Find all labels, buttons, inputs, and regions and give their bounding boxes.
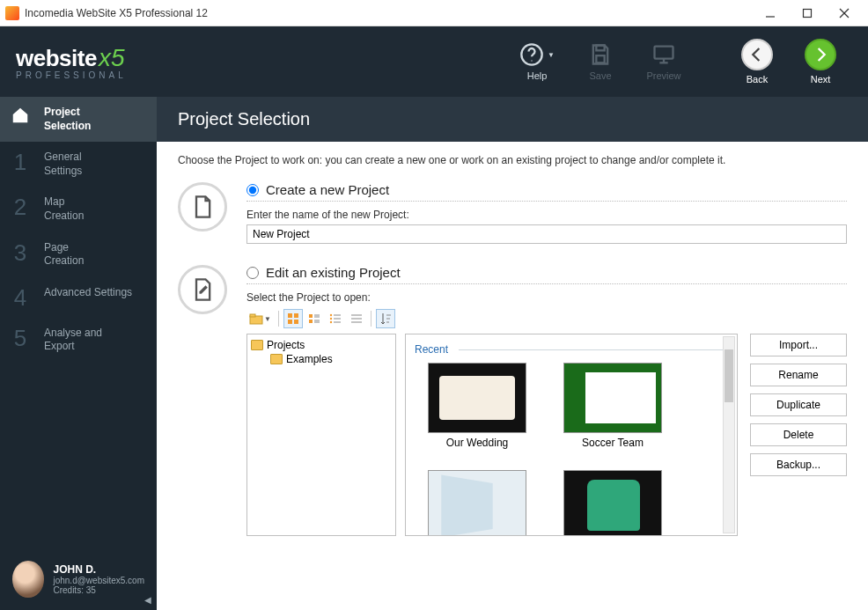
main-panel: Project Selection Choose the Project to … [157, 97, 868, 610]
thumb-image [563, 470, 662, 536]
brand-suffix: x5 [99, 44, 125, 72]
view-large-icons-button[interactable] [283, 309, 303, 328]
tree-label: Projects [267, 339, 305, 351]
svg-rect-6 [596, 46, 604, 51]
project-thumb[interactable]: Example [420, 470, 534, 536]
project-thumb[interactable]: Our Wedding [420, 363, 534, 449]
close-button[interactable] [826, 1, 863, 26]
create-title: Create a new Project [266, 182, 389, 197]
help-button[interactable]: ▼ Help [505, 31, 569, 92]
svg-point-5 [531, 60, 532, 61]
svg-rect-17 [309, 314, 313, 318]
sidebar-item-general-settings[interactable]: 1 GeneralSettings [0, 142, 157, 187]
step-number: 3 [9, 241, 32, 264]
thumb-label: Our Wedding [446, 437, 508, 449]
edit-title: Edit an existing Project [266, 265, 401, 280]
create-field-label: Enter the name of the new Project: [246, 209, 847, 221]
maximize-button[interactable] [789, 1, 826, 26]
option-edit-project: Edit an existing Project Select the Proj… [178, 265, 847, 536]
step-number: 1 [9, 151, 32, 173]
sidebar-item-label: Project [44, 106, 80, 118]
user-panel[interactable]: JOHN D. john.d@websitex5.com Credits: 35 [0, 548, 157, 610]
view-list-button[interactable] [326, 309, 345, 328]
svg-rect-15 [288, 320, 292, 324]
help-label: Help [527, 70, 548, 81]
thumb-image [428, 470, 526, 536]
folder-icon [251, 340, 263, 350]
home-icon [9, 106, 32, 129]
sidebar-collapse-icon[interactable]: ◀ [144, 595, 151, 605]
svg-rect-14 [294, 313, 298, 318]
rename-button[interactable]: Rename [750, 364, 847, 386]
sidebar-item-advanced-settings[interactable]: 4 Advanced Settings [0, 277, 157, 318]
sidebar-item-label: General [44, 151, 82, 163]
duplicate-button[interactable]: Duplicate [750, 393, 847, 416]
sidebar: ProjectSelection 1 GeneralSettings 2 Map… [0, 97, 157, 610]
title-bar: Incomedia WebSite X5 Professional 12 [0, 0, 868, 26]
project-tree[interactable]: Projects Examples [246, 334, 396, 536]
sidebar-item-label: Creation [44, 254, 84, 267]
sidebar-item-project-selection[interactable]: ProjectSelection [0, 97, 157, 142]
view-details-button[interactable] [347, 309, 366, 328]
view-tiles-button[interactable] [305, 309, 324, 328]
save-button[interactable]: Save [569, 31, 632, 92]
thumb-image [428, 363, 526, 433]
next-button[interactable]: Next [789, 31, 852, 92]
user-credits: Credits: 35 [53, 585, 144, 595]
radio-edit[interactable] [246, 267, 259, 279]
sidebar-item-analyse-export[interactable]: 5 Analyse andExport [0, 318, 157, 363]
sidebar-item-label: Creation [44, 209, 84, 222]
tree-root[interactable]: Projects [251, 338, 392, 352]
step-number: 5 [9, 327, 32, 349]
brand-edition: PROFESSIONAL [16, 70, 127, 80]
folder-open-button[interactable]: ▼ [246, 309, 274, 328]
sidebar-item-page-creation[interactable]: 3 PageCreation [0, 232, 157, 277]
backup-button[interactable]: Backup... [750, 453, 847, 476]
step-number: 4 [9, 286, 32, 309]
svg-rect-16 [294, 320, 298, 324]
svg-rect-8 [655, 47, 673, 59]
page-title: Project Selection [157, 97, 868, 142]
view-toolbar: ▼ [246, 309, 847, 328]
save-label: Save [589, 70, 611, 81]
svg-point-25 [330, 321, 332, 323]
svg-rect-20 [309, 320, 313, 323]
gallery-group-label: Recent [415, 343, 728, 356]
radio-create[interactable] [246, 184, 259, 196]
back-label: Back [747, 74, 768, 85]
sidebar-item-map-creation[interactable]: 2 MapCreation [0, 187, 157, 232]
project-thumb[interactable]: Game [555, 470, 670, 536]
avatar [12, 561, 44, 598]
sidebar-item-label: Analyse and [44, 327, 102, 339]
edit-document-icon [178, 265, 227, 314]
tree-child[interactable]: Examples [251, 352, 392, 366]
svg-rect-7 [596, 55, 604, 62]
back-button[interactable]: Back [725, 31, 789, 92]
project-gallery: Recent Our Wedding Soccer Team Example G… [405, 334, 738, 536]
svg-rect-12 [250, 314, 255, 317]
sidebar-item-label: Selection [44, 120, 91, 132]
edit-field-label: Select the Project to open: [246, 291, 847, 304]
project-name-input[interactable] [246, 224, 847, 244]
user-name: JOHN D. [53, 563, 144, 576]
svg-point-23 [330, 314, 332, 316]
folder-icon [270, 354, 283, 364]
app-icon [5, 6, 19, 20]
project-thumb[interactable]: Soccer Team [555, 363, 670, 449]
gallery-scrollbar[interactable] [723, 336, 735, 533]
svg-rect-13 [288, 313, 292, 318]
logo: website x5 PROFESSIONAL [16, 44, 127, 80]
project-actions: Import... Rename Duplicate Delete Backup… [750, 334, 847, 536]
sidebar-item-label: Page [44, 241, 69, 254]
option-create-project: Create a new Project Enter the name of t… [178, 182, 847, 244]
preview-button[interactable]: Preview [632, 31, 695, 92]
new-document-icon [178, 182, 227, 232]
window-title: Incomedia WebSite X5 Professional 12 [25, 7, 208, 19]
import-button[interactable]: Import... [750, 334, 847, 356]
minimize-button[interactable] [752, 1, 789, 26]
user-email: john.d@websitex5.com [53, 576, 144, 585]
sort-button[interactable] [376, 309, 395, 328]
thumb-label: Soccer Team [582, 437, 644, 449]
delete-button[interactable]: Delete [750, 423, 847, 446]
sidebar-item-label: Map [44, 195, 64, 208]
